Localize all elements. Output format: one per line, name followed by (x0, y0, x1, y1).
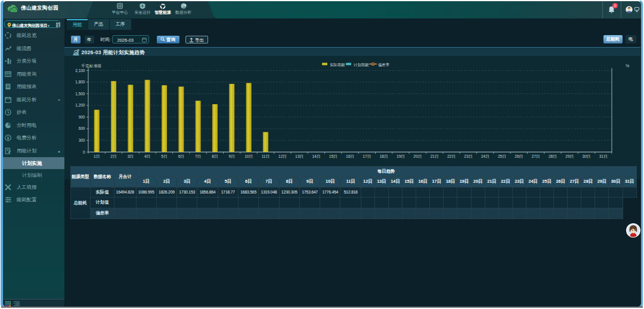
svg-text:14日: 14日 (312, 154, 320, 159)
svg-text:20日: 20日 (413, 154, 422, 159)
svg-text:26日: 26日 (515, 154, 523, 159)
svg-text:17日: 17日 (363, 154, 371, 159)
svg-text:23日: 23日 (464, 154, 472, 159)
svg-text:21日: 21日 (430, 154, 438, 159)
svg-text:300: 300 (78, 138, 85, 142)
svg-text:1,500: 1,500 (75, 92, 85, 96)
svg-text:1,800: 1,800 (75, 80, 85, 84)
svg-text:实际用能: 实际用能 (330, 63, 345, 67)
svg-text:25日: 25日 (497, 154, 506, 159)
svg-text:1,200: 1,200 (75, 103, 85, 107)
svg-text:28日: 28日 (548, 154, 556, 159)
svg-text:千克标准煤: 千克标准煤 (81, 64, 101, 68)
svg-text:偏差率: 偏差率 (378, 63, 390, 67)
svg-text:9日: 9日 (228, 154, 234, 159)
svg-text:11日: 11日 (261, 154, 269, 159)
svg-text:12日: 12日 (278, 154, 286, 159)
svg-text:5日: 5日 (161, 154, 167, 159)
svg-text:0: 0 (82, 150, 85, 154)
svg-text:31日: 31日 (599, 154, 607, 159)
svg-text:29日: 29日 (565, 154, 574, 159)
svg-text:7日: 7日 (194, 154, 200, 159)
svg-text:13日: 13日 (295, 154, 304, 159)
svg-text:4日: 4日 (144, 154, 150, 159)
svg-text:2日: 2日 (110, 154, 116, 159)
svg-text:%: % (626, 64, 629, 68)
svg-text:600: 600 (78, 126, 85, 130)
svg-text:27日: 27日 (531, 154, 540, 159)
svg-text:30日: 30日 (582, 154, 590, 159)
svg-text:15日: 15日 (329, 154, 337, 159)
svg-text:2,100: 2,100 (75, 68, 85, 73)
svg-text:8日: 8日 (212, 154, 218, 159)
svg-text:16日: 16日 (346, 154, 354, 159)
svg-text:900: 900 (78, 115, 85, 119)
svg-text:18日: 18日 (379, 154, 388, 159)
svg-text:3日: 3日 (127, 154, 133, 159)
svg-text:10日: 10日 (244, 154, 253, 159)
svg-text:24日: 24日 (481, 154, 489, 159)
svg-text:1日: 1日 (94, 154, 100, 159)
svg-text:计划用能: 计划用能 (354, 63, 369, 67)
svg-text:6日: 6日 (178, 154, 184, 159)
svg-text:22日: 22日 (447, 154, 455, 159)
svg-text:19日: 19日 (397, 154, 405, 159)
